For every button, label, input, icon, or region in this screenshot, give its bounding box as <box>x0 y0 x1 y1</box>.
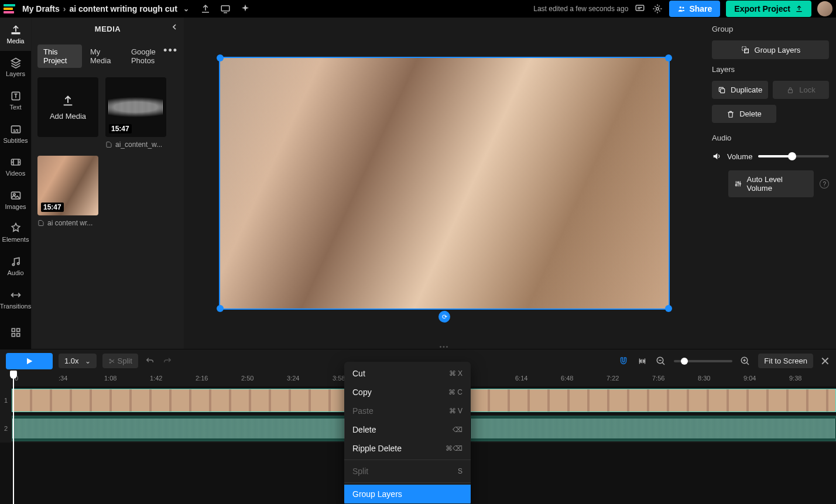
layers-section-label: Layers <box>712 65 829 74</box>
track-number: 1 <box>0 386 12 414</box>
lock-button[interactable]: Lock <box>773 81 829 99</box>
breadcrumb: My Drafts › ai content writing rough cut… <box>22 4 189 13</box>
auto-level-button[interactable]: Auto Level Volume <box>728 170 814 197</box>
svg-rect-0 <box>221 6 229 11</box>
svg-point-3 <box>680 6 682 8</box>
ctx-group-layers[interactable]: Group Layers <box>344 485 471 503</box>
svg-point-2 <box>656 8 659 11</box>
svg-rect-14 <box>16 328 19 331</box>
resize-handle[interactable] <box>665 54 672 61</box>
playhead[interactable] <box>13 372 14 504</box>
split-button[interactable]: Split <box>102 354 138 368</box>
upload-icon[interactable] <box>200 3 211 15</box>
trash-icon <box>727 110 735 118</box>
more-icon[interactable]: ••• <box>163 44 178 57</box>
app-logo[interactable] <box>4 4 16 13</box>
undo-icon[interactable] <box>144 355 156 367</box>
svg-point-12 <box>17 263 19 265</box>
file-icon <box>105 141 112 148</box>
nav-elements[interactable]: Elements <box>0 217 31 250</box>
left-nav: Media Layers Text Subtitles Videos Image… <box>0 18 32 349</box>
ctx-split: SplitS <box>344 462 471 481</box>
ctx-delete[interactable]: Delete⌫ <box>344 420 471 439</box>
share-button[interactable]: Share <box>669 1 720 17</box>
rotate-handle[interactable]: ⟳ <box>438 311 450 323</box>
play-button[interactable] <box>6 353 53 369</box>
svg-point-11 <box>12 263 14 265</box>
sparkle-icon[interactable] <box>239 3 251 15</box>
media-tabs: This Project My Media Google Photos <box>32 40 184 71</box>
nav-layers[interactable]: Layers <box>0 51 31 84</box>
group-layers-button[interactable]: Group Layers <box>712 40 829 59</box>
resize-handle[interactable] <box>217 54 224 61</box>
ctx-ripple-delete[interactable]: Ripple Delete⌘⌫ <box>344 439 471 458</box>
media-item-video[interactable]: 15:47 ai content wr... <box>37 156 98 227</box>
tab-this-project[interactable]: This Project <box>37 44 82 68</box>
zoom-out-icon[interactable] <box>655 355 667 367</box>
resize-handle[interactable] <box>217 305 224 312</box>
topbar: My Drafts › ai content writing rough cut… <box>0 0 836 18</box>
zoom-slider[interactable] <box>674 360 732 362</box>
delete-button[interactable]: Delete <box>712 105 776 123</box>
zoom-in-icon[interactable] <box>739 355 751 367</box>
close-icon[interactable]: ✕ <box>820 354 830 368</box>
volume-slider[interactable] <box>758 155 829 157</box>
svg-rect-15 <box>12 333 15 336</box>
upload-icon <box>61 94 74 107</box>
export-button[interactable]: Export Project <box>726 1 811 17</box>
nav-more[interactable] <box>0 316 31 349</box>
canvas[interactable]: ••• ⟳ <box>184 18 705 349</box>
group-icon <box>741 45 750 54</box>
group-section-label: Group <box>712 25 829 33</box>
svg-point-21 <box>109 359 111 360</box>
fit-to-screen-button[interactable]: Fit to Screen <box>758 354 813 368</box>
chevron-right-icon: › <box>63 4 66 13</box>
ctx-copy[interactable]: Copy⌘ C <box>344 383 471 402</box>
svg-rect-13 <box>12 328 15 331</box>
ctx-cut[interactable]: Cut⌘ X <box>344 364 471 383</box>
video-frame[interactable]: ⟳ <box>219 57 670 310</box>
nav-images[interactable]: Images <box>0 183 31 217</box>
media-panel: MEDIA ••• This Project My Media Google P… <box>32 18 184 349</box>
media-panel-header: MEDIA <box>32 18 184 40</box>
lock-icon <box>786 86 794 94</box>
svg-rect-19 <box>721 88 725 92</box>
volume-icon <box>712 152 721 161</box>
nav-transitions[interactable]: Transitions <box>0 283 31 316</box>
media-item-audio[interactable]: 15:47 ai_content_w... <box>105 77 166 149</box>
last-edited-label: Last edited a few seconds ago <box>533 5 628 13</box>
tab-my-media[interactable]: My Media <box>84 44 123 68</box>
gear-icon[interactable] <box>652 3 663 15</box>
avatar[interactable] <box>817 1 832 16</box>
nav-text[interactable]: Text <box>0 84 31 117</box>
nav-videos[interactable]: Videos <box>0 150 31 183</box>
duplicate-button[interactable]: Duplicate <box>712 81 768 99</box>
svg-rect-5 <box>12 33 19 34</box>
comment-icon[interactable] <box>634 3 646 15</box>
speed-selector[interactable]: 1.0x⌄ <box>59 354 97 368</box>
scissors-icon <box>108 358 115 365</box>
redo-icon[interactable] <box>162 355 173 367</box>
magnet-icon[interactable] <box>618 355 629 367</box>
ctx-paste: Paste⌘ V <box>344 402 471 420</box>
add-media-card[interactable]: Add Media <box>37 77 98 149</box>
breadcrumb-project[interactable]: ai content writing rough cut <box>69 4 177 13</box>
help-icon[interactable]: ? <box>820 179 829 188</box>
nav-subtitles[interactable]: Subtitles <box>0 117 31 150</box>
chevron-down-icon[interactable]: ⌄ <box>183 5 189 13</box>
resize-handle[interactable] <box>665 305 672 312</box>
breadcrumb-root[interactable]: My Drafts <box>22 4 60 13</box>
main: Media Layers Text Subtitles Videos Image… <box>0 18 836 349</box>
nav-audio[interactable]: Audio <box>0 249 31 283</box>
nav-media[interactable]: Media <box>0 18 31 51</box>
svg-point-22 <box>109 362 111 363</box>
export-icon <box>795 5 803 13</box>
svg-rect-20 <box>789 90 793 92</box>
track-number: 2 <box>0 414 12 442</box>
trim-icon[interactable] <box>636 355 648 367</box>
collapse-icon[interactable] <box>170 22 179 32</box>
people-icon <box>677 5 686 13</box>
drag-handle-icon[interactable]: ••• <box>440 344 450 350</box>
screen-icon[interactable] <box>220 3 231 15</box>
chevron-down-icon: ⌄ <box>85 357 91 365</box>
